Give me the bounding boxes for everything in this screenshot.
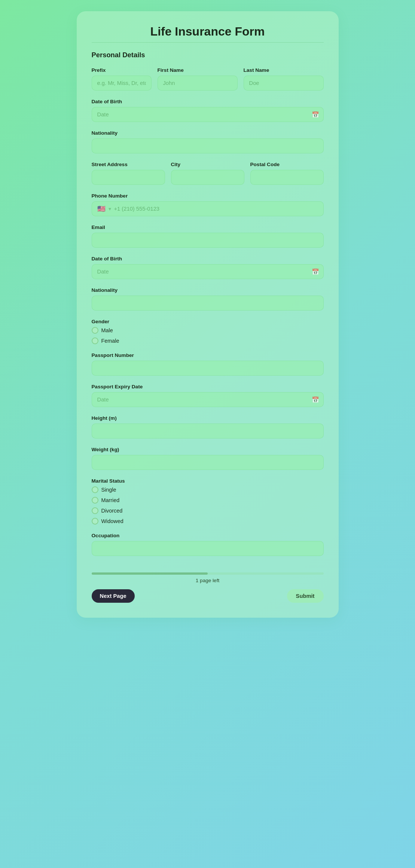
- dob1-group: Date of Birth 📅: [92, 99, 324, 122]
- marital-married-radio[interactable]: [92, 497, 98, 504]
- form-divider: [92, 42, 324, 43]
- last-name-input[interactable]: [244, 76, 324, 91]
- phone-input[interactable]: [114, 202, 318, 216]
- weight-group: Weight (kg): [92, 447, 324, 470]
- passport-expiry-label: Passport Expiry Date: [92, 384, 324, 389]
- marital-divorced-radio[interactable]: [92, 507, 98, 514]
- street-group: Street Address: [92, 162, 165, 185]
- occupation-group: Occupation: [92, 533, 324, 556]
- passport-expiry-wrapper: 📅: [92, 392, 324, 407]
- marital-married-label: Married: [101, 497, 120, 503]
- prefix-label: Prefix: [92, 67, 152, 73]
- dob2-input[interactable]: [92, 264, 324, 279]
- gender-radio-group: Male Female: [92, 327, 324, 344]
- gender-female-radio[interactable]: [92, 337, 98, 344]
- height-input[interactable]: [92, 424, 324, 438]
- last-name-label: Last Name: [244, 67, 324, 73]
- phone-label: Phone Number: [92, 193, 324, 199]
- gender-label: Gender: [92, 319, 324, 324]
- marital-divorced-label: Divorced: [101, 508, 123, 514]
- marital-single-item[interactable]: Single: [92, 486, 324, 493]
- city-group: City: [171, 162, 244, 185]
- phone-wrapper: 🇺🇸 ▾: [92, 201, 324, 216]
- dob1-input[interactable]: [92, 107, 324, 122]
- dob1-label: Date of Birth: [92, 99, 324, 104]
- gender-male-label: Male: [101, 327, 113, 333]
- city-input[interactable]: [171, 170, 244, 185]
- first-name-group: First Name: [158, 67, 238, 91]
- nationality2-group: Nationality: [92, 287, 324, 311]
- email-input[interactable]: [92, 233, 324, 248]
- occupation-label: Occupation: [92, 533, 324, 538]
- first-name-input[interactable]: [158, 76, 238, 91]
- passport-number-label: Passport Number: [92, 352, 324, 358]
- passport-number-group: Passport Number: [92, 352, 324, 376]
- last-name-group: Last Name: [244, 67, 324, 91]
- nationality2-input[interactable]: [92, 296, 324, 311]
- progress-label: 1 page left: [92, 578, 324, 583]
- marital-single-label: Single: [101, 487, 116, 493]
- nationality2-label: Nationality: [92, 287, 324, 293]
- postal-input[interactable]: [250, 170, 324, 185]
- next-page-button[interactable]: Next Page: [92, 589, 135, 603]
- nationality1-label: Nationality: [92, 130, 324, 136]
- postal-label: Postal Code: [250, 162, 324, 167]
- section-title: Personal Details: [92, 51, 324, 59]
- first-name-label: First Name: [158, 67, 238, 73]
- marital-single-radio[interactable]: [92, 486, 98, 493]
- dob2-label: Date of Birth: [92, 256, 324, 262]
- nationality1-input[interactable]: [92, 138, 324, 153]
- marital-status-group: Marital Status Single Married Divorced W…: [92, 478, 324, 525]
- email-group: Email: [92, 224, 324, 248]
- dob2-wrapper: 📅: [92, 264, 324, 279]
- nationality1-group: Nationality: [92, 130, 324, 153]
- weight-input[interactable]: [92, 455, 324, 470]
- phone-flag: 🇺🇸: [97, 205, 106, 213]
- bottom-row: Next Page Submit: [92, 589, 324, 603]
- passport-number-input[interactable]: [92, 361, 324, 376]
- progress-bar-track: [92, 572, 324, 575]
- form-card: Life Insurance Form Personal Details Pre…: [77, 11, 339, 618]
- submit-button[interactable]: Submit: [287, 589, 324, 603]
- passport-expiry-input[interactable]: [92, 392, 324, 407]
- marital-status-radio-group: Single Married Divorced Widowed: [92, 486, 324, 525]
- marital-widowed-label: Widowed: [101, 518, 123, 524]
- phone-separator: ▾: [109, 206, 111, 212]
- phone-group: Phone Number 🇺🇸 ▾: [92, 193, 324, 216]
- gender-group: Gender Male Female: [92, 319, 324, 344]
- gender-female-item[interactable]: Female: [92, 337, 324, 344]
- marital-status-label: Marital Status: [92, 478, 324, 484]
- street-label: Street Address: [92, 162, 165, 167]
- progress-section: 1 page left Next Page Submit: [92, 566, 324, 603]
- marital-married-item[interactable]: Married: [92, 497, 324, 504]
- email-label: Email: [92, 224, 324, 230]
- name-row: Prefix First Name Last Name: [92, 67, 324, 91]
- form-title: Life Insurance Form: [92, 25, 324, 39]
- gender-male-radio[interactable]: [92, 327, 98, 334]
- postal-group: Postal Code: [250, 162, 324, 185]
- height-group: Height (m): [92, 415, 324, 438]
- marital-divorced-item[interactable]: Divorced: [92, 507, 324, 514]
- city-label: City: [171, 162, 244, 167]
- passport-expiry-group: Passport Expiry Date 📅: [92, 384, 324, 407]
- occupation-input[interactable]: [92, 541, 324, 556]
- marital-widowed-radio[interactable]: [92, 518, 98, 525]
- gender-male-item[interactable]: Male: [92, 327, 324, 334]
- weight-label: Weight (kg): [92, 447, 324, 452]
- marital-widowed-item[interactable]: Widowed: [92, 518, 324, 525]
- prefix-group: Prefix: [92, 67, 152, 91]
- street-input[interactable]: [92, 170, 165, 185]
- prefix-input[interactable]: [92, 76, 152, 91]
- address-row: Street Address City Postal Code: [92, 162, 324, 185]
- gender-female-label: Female: [101, 338, 119, 344]
- dob1-wrapper: 📅: [92, 107, 324, 122]
- dob2-group: Date of Birth 📅: [92, 256, 324, 279]
- height-label: Height (m): [92, 415, 324, 421]
- progress-bar-fill: [92, 572, 208, 575]
